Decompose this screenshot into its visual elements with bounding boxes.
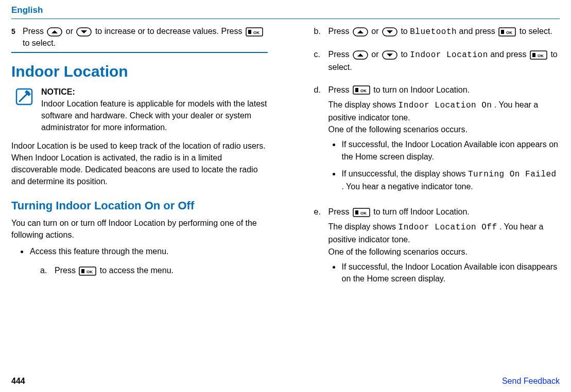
notice-body: Indoor Location feature is applicable fo… [41,99,267,132]
text: Press [328,207,352,216]
page-number: 444 [11,377,25,386]
step-text: Press or to increase or to decrease valu… [23,25,268,49]
notice-text: NOTICE: Indoor Location feature is appli… [41,86,268,134]
heading-indoor-location: Indoor Location [11,60,268,83]
svg-text:OK: OK [538,54,544,58]
text: Press [328,50,352,59]
up-key-icon [353,50,368,60]
substep-letter: c. [314,48,323,60]
substep-d: d. Press OK to turn on Indoor Location. … [314,84,560,198]
ok-key-icon: OK [353,208,370,217]
svg-text:OK: OK [360,88,367,93]
ok-key-icon: OK [530,50,547,60]
lcd-text: Turning On Failed [468,170,557,179]
content-columns: 5 Press or to increase or to decrease va… [11,25,560,295]
step-5: 5 Press or to increase or to decrease va… [11,25,268,49]
text: to increase or to decrease values. Press [95,27,245,35]
header-divider [11,19,560,19]
text: or [371,27,381,35]
substep-content: Press OK to turn off Indoor Location. Th… [328,206,560,290]
bullet-list: Access this feature through the menu. a.… [11,245,268,276]
text: Access this feature through the menu. [30,247,168,256]
svg-text:OK: OK [86,270,93,274]
notice-box: NOTICE: Indoor Location feature is appli… [11,86,268,134]
text: One of the following scenarios occurs. [328,247,468,256]
ok-key-icon: OK [498,27,516,37]
text: Press [328,85,352,94]
step-number: 5 [11,25,23,37]
text: The display shows [328,222,399,231]
paragraph: You can turn on or turn off Indoor Locat… [11,217,268,241]
substep-b: b. Press or to Bluetooth and press OK to… [314,25,560,38]
substep-letter: e. [314,206,323,218]
svg-rect-17 [532,53,535,57]
substep-content: Press or to Indoor Location and press OK… [328,48,560,73]
text: and press [459,27,498,35]
list-item: Access this feature through the menu. a.… [29,245,268,276]
heading-turning-on-off: Turning Indoor Location On or Off [11,198,268,214]
text: to select. [23,39,56,47]
svg-rect-20 [355,88,358,92]
text: If unsuccessful, the display shows [342,169,468,178]
text: or [66,27,76,35]
lcd-text: Bluetooth [410,27,457,37]
down-key-icon [76,27,92,37]
svg-text:OK: OK [506,30,512,35]
svg-rect-7 [81,269,84,273]
text: . You hear a negative indicator tone. [342,182,473,191]
list-item: If successful, the Indoor Location Avail… [341,138,560,162]
right-column: b. Press or to Bluetooth and press OK to… [304,25,560,295]
svg-rect-23 [355,210,358,215]
text: to access the menu. [100,266,174,275]
substep-a: a. Press OK to access the menu. [40,264,268,276]
text: to [401,50,410,59]
text: Press [55,266,78,275]
lcd-text: Indoor Location Off [399,223,497,232]
ok-key-icon: OK [246,27,263,37]
result-block: The display shows Indoor Location On . Y… [328,99,560,192]
text: to [401,27,410,35]
notice-icon [14,86,36,111]
send-feedback-link[interactable]: Send Feedback [502,377,560,386]
ok-key-icon: OK [353,85,370,95]
header-language: English [11,5,560,15]
text: to select. [520,27,552,35]
down-key-icon [382,50,397,60]
text: to turn off Indoor Location. [373,207,470,216]
text: The display shows [328,100,399,109]
substep-content: Press OK to turn on Indoor Location. The… [328,84,560,198]
notice-label: NOTICE: [41,87,75,96]
text: to turn on Indoor Location. [373,85,470,94]
substep-letter: a. [40,264,49,276]
bullet-list: If successful, the Indoor Location Avail… [328,261,560,284]
result-block: The display shows Indoor Location Off . … [328,221,560,284]
svg-rect-12 [501,30,504,34]
text: One of the following scenarios occurs. [328,125,468,134]
paragraph: Indoor Location is be used to keep track… [11,140,268,188]
down-key-icon [382,27,397,37]
ok-key-icon: OK [79,266,96,276]
left-column: 5 Press or to increase or to decrease va… [11,25,268,295]
substep-letter: b. [314,25,323,37]
substep-content: Press or to Bluetooth and press OK to se… [328,25,560,38]
substep-c: c. Press or to Indoor Location and press… [314,48,560,73]
svg-rect-3 [248,30,251,34]
step-divider [11,52,268,53]
svg-text:OK: OK [253,30,259,35]
lcd-text: Indoor Location On [399,101,492,110]
substep-content: Press OK to access the menu. [55,264,268,276]
up-key-icon [47,27,62,37]
bullet-list: If successful, the Indoor Location Avail… [328,138,560,192]
svg-text:OK: OK [360,211,367,216]
substep-e: e. Press OK to turn off Indoor Location.… [314,206,560,290]
page: English 5 Press or to increase or to dec… [0,0,571,392]
up-key-icon [353,27,368,37]
substep-letter: d. [314,84,323,96]
list-item: If successful, the Indoor Location Avail… [341,261,560,284]
text: and press [490,50,529,59]
text: Press [328,27,352,35]
lcd-text: Indoor Location [410,50,488,60]
text: Press [23,27,46,35]
list-item: If unsuccessful, the display shows Turni… [341,168,560,192]
text: or [371,50,381,59]
